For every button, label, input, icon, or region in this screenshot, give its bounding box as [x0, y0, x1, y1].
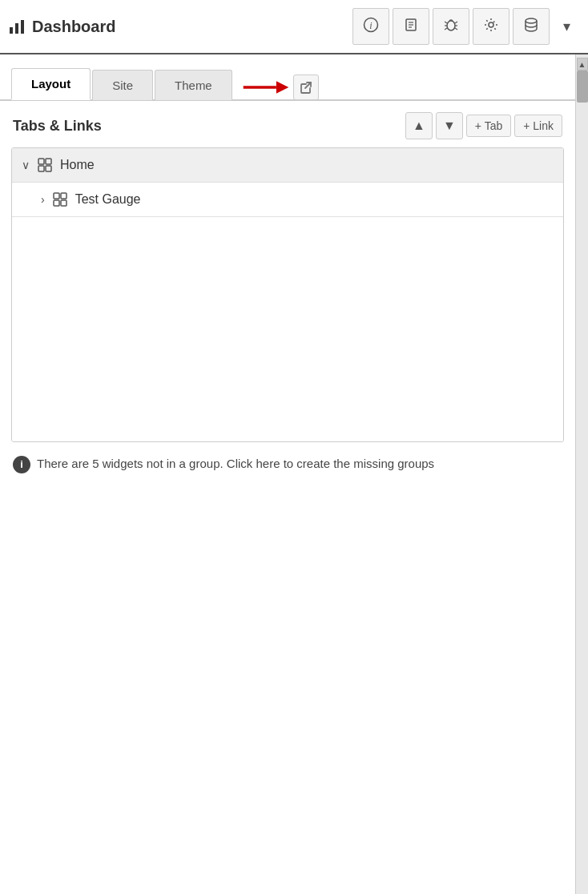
home-grid-icon: [36, 156, 54, 174]
section-title: Tabs & Links: [13, 118, 102, 135]
bug-icon: [443, 17, 459, 37]
chevron-down-icon: ▾: [563, 18, 570, 35]
add-tab-button[interactable]: + Tab: [466, 115, 511, 137]
info-button[interactable]: i: [352, 8, 389, 45]
section-header: Tabs & Links ▲ ▼ + Tab + Link: [0, 101, 575, 147]
tree-item-home[interactable]: ∨ Home: [12, 148, 563, 183]
svg-line-15: [455, 28, 457, 30]
gear-icon: [483, 17, 499, 37]
arrow-up-icon: ▲: [413, 119, 425, 133]
app-title: Dashboard: [32, 18, 115, 36]
add-link-button[interactable]: + Link: [514, 115, 562, 137]
tab-theme[interactable]: Theme: [155, 70, 232, 100]
tree-item-test-gauge[interactable]: › Test Gauge: [12, 183, 563, 217]
chevron-right-icon[interactable]: ›: [41, 193, 45, 206]
svg-rect-23: [46, 166, 51, 171]
svg-point-16: [489, 22, 493, 27]
test-gauge-grid-icon: [51, 191, 69, 208]
tab-site[interactable]: Site: [92, 70, 153, 100]
tab-layout[interactable]: Layout: [11, 68, 91, 100]
bar-chart-icon: [8, 18, 26, 35]
home-label: Home: [60, 158, 95, 172]
svg-rect-21: [46, 159, 51, 164]
svg-line-14: [445, 28, 447, 30]
svg-text:i: i: [369, 20, 372, 31]
app-title-area: Dashboard: [8, 18, 349, 36]
svg-rect-1: [15, 23, 18, 34]
arrow-down-icon: ▼: [443, 119, 456, 133]
main-content: Layout Site Theme: [0, 54, 588, 894]
move-up-button[interactable]: ▲: [405, 112, 433, 139]
tabs-tree-list: ∨ Home ›: [11, 147, 564, 442]
database-icon: [523, 17, 539, 37]
svg-rect-26: [54, 200, 59, 206]
svg-rect-22: [38, 166, 44, 171]
info-circle-icon: i: [13, 456, 30, 473]
svg-rect-20: [38, 159, 44, 164]
svg-rect-24: [54, 193, 59, 199]
info-message: There are 5 widgets not in a group. Clic…: [37, 455, 434, 473]
svg-marker-19: [276, 81, 288, 93]
database-button[interactable]: [513, 8, 550, 45]
tabs-row: Layout Site Theme: [0, 54, 575, 101]
svg-point-17: [526, 18, 537, 23]
annotation-arrow: [242, 74, 319, 100]
test-gauge-label: Test Gauge: [75, 192, 141, 207]
more-dropdown-button[interactable]: ▾: [553, 8, 580, 45]
svg-rect-2: [21, 20, 24, 34]
svg-line-11: [455, 22, 457, 23]
move-down-button[interactable]: ▼: [436, 112, 463, 139]
info-icon: i: [363, 17, 379, 37]
book-button[interactable]: [393, 8, 429, 45]
scrollbar[interactable]: ▲: [575, 54, 588, 894]
svg-rect-25: [61, 193, 66, 199]
settings-button[interactable]: [473, 8, 509, 45]
top-bar: Dashboard i: [0, 0, 588, 54]
svg-point-9: [447, 21, 455, 30]
tree-empty-area: [12, 217, 563, 441]
scroll-up-arrow[interactable]: ▲: [577, 58, 588, 70]
svg-rect-0: [10, 27, 13, 34]
scrollbar-thumb[interactable]: [577, 70, 588, 103]
bug-button[interactable]: [433, 8, 469, 45]
section-actions: ▲ ▼ + Tab + Link: [405, 112, 562, 139]
svg-rect-27: [61, 200, 66, 206]
svg-line-10: [445, 22, 447, 23]
book-icon: [403, 17, 419, 37]
info-section[interactable]: i There are 5 widgets not in a group. Cl…: [0, 442, 575, 486]
external-link-button[interactable]: [293, 74, 319, 100]
panel: Layout Site Theme: [0, 54, 575, 894]
chevron-down-icon[interactable]: ∨: [22, 159, 30, 171]
